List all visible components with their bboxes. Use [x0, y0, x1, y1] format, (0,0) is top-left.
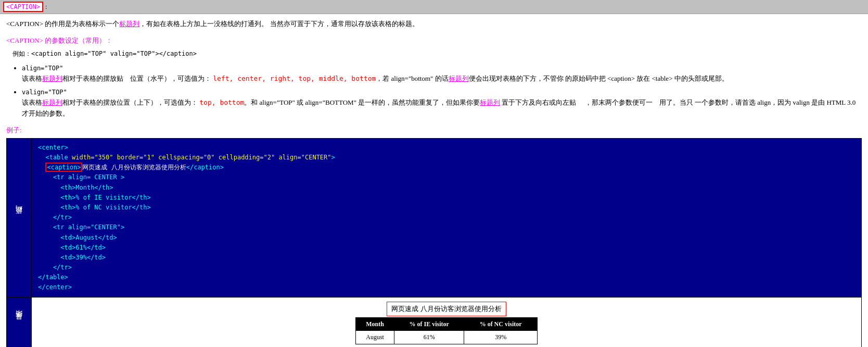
main-content: <CAPTION> 的作用是为表格标示一个标题列，有如在表格上方加上一没格线的打… — [0, 14, 868, 347]
intro-text-end: ，有如在表格上方加上一没格线的打通列。 当然亦可置于下方，通常用以存放该表格的标… — [139, 20, 418, 28]
th-month: Month — [356, 317, 394, 330]
code-tr-center2: <tr align="CENTER"> — [38, 224, 124, 231]
code-th-nc: <th>% of NC visitor</th> — [38, 204, 151, 211]
caption-tag-label: <CAPTION> — [3, 2, 43, 12]
demo-table-wrapper: 网页速成 八月份访客浏览器使用分析 Month % of IE visitor … — [38, 302, 855, 344]
align-label: align="TOP" — [22, 63, 862, 73]
valign-link2[interactable]: 标题列 — [480, 98, 500, 106]
table-row: August 61% 39% — [356, 331, 538, 344]
code-td-39: <td>39%</td> — [38, 254, 106, 261]
code-table-close: </table> — [38, 274, 68, 281]
result-section: 显示结果 网页速成 八月份访客浏览器使用分析 Month % of IE vis… — [6, 298, 862, 347]
code-td-august: <td>August</td> — [38, 234, 117, 241]
example-code-line: 例如：<caption align="TOP" valign="TOP"></c… — [12, 48, 862, 59]
table-caption: 网页速成 八月份访客浏览器使用分析 — [387, 302, 506, 316]
th-nc: % of NC visitor — [464, 317, 538, 330]
td-nc-pct: 39% — [464, 331, 538, 344]
code-td-61: <td>61%</td> — [38, 244, 106, 251]
valign-values: top, bottom — [199, 98, 244, 106]
result-label-col: 显示结果 — [6, 298, 31, 347]
intro-paragraph: <CAPTION> 的作用是为表格标示一个标题列，有如在表格上方加上一没格线的打… — [6, 18, 862, 30]
align-param-item: align="TOP" 该表格标题列相对于表格的摆放贴 位置（水平），可选值为：… — [22, 63, 862, 84]
params-section-title: <CAPTION> 的参数设定（常用）： — [6, 35, 862, 46]
align-link2[interactable]: 标题列 — [449, 75, 469, 82]
code-center-close: </center> — [38, 283, 72, 291]
params-list: align="TOP" 该表格标题列相对于表格的摆放贴 位置（水平），可选值为：… — [22, 63, 862, 119]
source-code-col: <center> <table width="350" border="1" c… — [31, 138, 862, 298]
result-label: 显示结果 — [13, 321, 24, 325]
align-values: left, center, right, top, middle, bottom — [213, 75, 376, 82]
source-label: 原始码 — [13, 216, 24, 219]
code-caption-highlighted: <caption>网页速成 八月份访客浏览器使用分析</caption> — [38, 163, 224, 172]
align-desc: 该表格标题列相对于表格的摆放贴 位置（水平），可选值为： left, cente… — [22, 73, 862, 84]
code-table-attrs: width="350" border="1" cellspacing="0" c… — [72, 154, 331, 161]
examples-label: 例子: — [6, 125, 862, 136]
valign-link1[interactable]: 标题列 — [42, 98, 62, 106]
align-link1[interactable]: 标题列 — [42, 75, 62, 82]
source-label-col: 原始码 — [6, 138, 31, 298]
valign-param-item: valign="TOP" 该表格标题列相对于表格的摆放位置（上下），可选值为： … — [22, 86, 862, 119]
code-tr-close1: </tr> — [38, 214, 72, 221]
result-col: 网页速成 八月份访客浏览器使用分析 Month % of IE visitor … — [31, 298, 862, 347]
table-header-row: Month % of IE visitor % of NC visitor — [356, 317, 538, 330]
source-section: 原始码 <center> <table width="350" border="… — [6, 138, 862, 298]
intro-text-start: <CAPTION> 的作用是为表格标示一个 — [6, 20, 119, 28]
code-tr-close2: </tr> — [38, 264, 72, 271]
demo-table: Month % of IE visitor % of NC visitor Au… — [355, 317, 538, 344]
header-colon: : — [45, 3, 47, 11]
header-bar: <CAPTION> : — [0, 0, 868, 14]
valign-label: valign="TOP" — [22, 87, 862, 97]
code-th-month: <th>Month</th> — [38, 184, 113, 191]
valign-desc: 该表格标题列相对于表格的摆放位置（上下），可选值为： top, bottom。和… — [22, 97, 862, 119]
code-table-close-bracket: > — [331, 154, 335, 161]
code-th-ie: <th>% of IE visitor</th> — [38, 194, 151, 201]
code-table-open: <table — [38, 154, 72, 161]
td-month: August — [356, 331, 394, 344]
code-tr-center: <tr align= CENTER > — [38, 174, 124, 181]
td-ie-pct: 61% — [394, 331, 464, 344]
th-ie: % of IE visitor — [394, 317, 464, 330]
code-center-open: <center> — [38, 144, 68, 151]
caption-link[interactable]: 标题列 — [119, 20, 139, 28]
